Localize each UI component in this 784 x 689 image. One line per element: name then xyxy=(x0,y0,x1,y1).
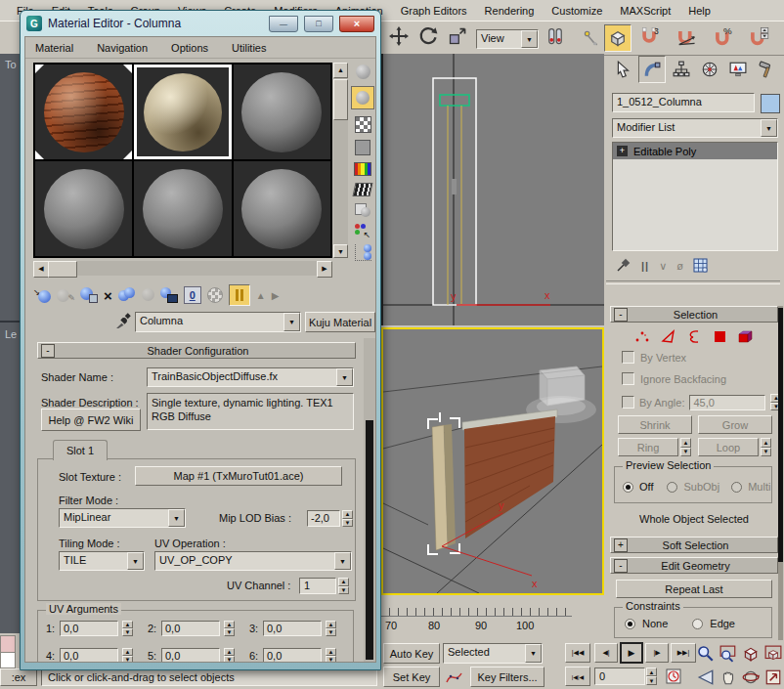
uv-arg-4-spinner[interactable]: ▲▼ xyxy=(122,648,133,663)
uv-arg-6-spinner[interactable]: ▲▼ xyxy=(326,648,336,663)
snap-toggle-3d-icon[interactable]: 3 xyxy=(637,25,661,47)
zoom-icon[interactable] xyxy=(694,643,718,665)
subobject-edge-icon[interactable] xyxy=(660,329,677,346)
sample-slot-sand-active[interactable] xyxy=(134,65,231,159)
make-unique-icon[interactable]: ∨ xyxy=(659,260,667,273)
mip-lod-bias-spinner[interactable]: ▲▼ xyxy=(342,510,353,527)
help-fw2-wiki-button[interactable]: Help @ FW2 Wiki xyxy=(41,409,141,431)
remove-modifier-icon[interactable]: ø xyxy=(676,260,683,272)
panel-scrollbar-thumb[interactable] xyxy=(778,308,783,562)
tab-utilities[interactable] xyxy=(753,57,779,82)
maximize-viewport-toggle-icon[interactable] xyxy=(762,667,784,688)
video-color-check-icon[interactable] xyxy=(354,162,371,176)
current-frame-spinner[interactable]: ▲▼ xyxy=(646,667,657,685)
chevron-down-icon[interactable]: ▼ xyxy=(521,30,538,48)
modifier-list-dropdown[interactable]: Modifier List ▼ xyxy=(612,118,778,138)
show-end-result-stack-icon[interactable]: || xyxy=(641,260,649,272)
uv-arg-4-field[interactable]: 0,0 xyxy=(60,648,118,663)
viewport-perspective-active[interactable]: y x xyxy=(381,327,604,595)
next-frame-button[interactable]: |▶ xyxy=(645,643,669,663)
previous-frame-button[interactable]: ◀| xyxy=(594,643,618,663)
collapse-icon[interactable]: - xyxy=(614,308,628,322)
constraint-none-radio[interactable] xyxy=(625,619,635,629)
show-end-result-icon[interactable] xyxy=(229,284,250,306)
current-frame-field[interactable]: 0 xyxy=(594,667,645,685)
ring-button[interactable]: Ring xyxy=(618,438,678,456)
expand-icon[interactable]: + xyxy=(614,538,628,552)
constraint-edge-radio[interactable] xyxy=(692,619,703,629)
shader-name-dropdown[interactable]: TrainBasicObjectDiffuse.fx ▼ xyxy=(147,367,354,387)
stack-item-editable-poly[interactable]: + Editable Poly xyxy=(613,143,777,159)
loop-spinner[interactable]: ▲▼ xyxy=(761,438,771,456)
reset-map-icon[interactable]: × xyxy=(104,287,112,304)
mip-lod-bias-field[interactable]: -2,0 xyxy=(307,510,340,527)
get-material-icon[interactable]: ↘ xyxy=(33,287,51,303)
scrollbar-thumb[interactable] xyxy=(48,261,77,278)
slots-horizontal-scrollbar[interactable]: ◀ ▶ xyxy=(33,261,332,276)
material-editor-options-icon[interactable] xyxy=(355,203,370,217)
select-and-manipulate-icon[interactable] xyxy=(579,27,602,49)
angle-snap-icon[interactable] xyxy=(675,25,698,47)
subobject-element-icon[interactable] xyxy=(737,328,755,346)
uv-arg-1-field[interactable]: 0,0 xyxy=(60,621,118,636)
uv-operation-dropdown[interactable]: UV_OP_COPY ▼ xyxy=(154,551,352,571)
spinner-snap-icon[interactable] xyxy=(747,25,770,47)
sample-slot-6[interactable] xyxy=(234,161,330,256)
zoom-extents-icon[interactable] xyxy=(739,643,762,665)
uv-channel-field[interactable]: 1 xyxy=(299,578,336,594)
preview-multi-radio[interactable] xyxy=(731,482,742,493)
scroll-right-icon[interactable]: ▶ xyxy=(317,261,332,278)
params-scrollbar-thumb[interactable] xyxy=(366,420,373,660)
make-material-copy-icon[interactable] xyxy=(118,287,136,303)
collapse-icon[interactable]: - xyxy=(614,559,628,573)
params-scrollbar[interactable] xyxy=(364,338,375,663)
menu-utilities[interactable]: Utilities xyxy=(220,40,278,56)
menu-customize[interactable]: Customize xyxy=(543,3,611,19)
ignore-backfacing-checkbox[interactable] xyxy=(622,372,634,385)
chevron-down-icon[interactable]: ▼ xyxy=(168,509,185,527)
sample-uv-tiling-icon[interactable] xyxy=(355,140,370,155)
tab-create[interactable] xyxy=(610,57,636,82)
select-by-material-icon[interactable]: ↖ xyxy=(355,224,370,237)
tiling-mode-dropdown[interactable]: TILE ▼ xyxy=(59,551,145,571)
field-of-view-icon[interactable] xyxy=(694,667,718,688)
rollout-edit-geometry-header[interactable]: - Edit Geometry xyxy=(610,557,778,574)
subobject-polygon-icon[interactable] xyxy=(713,329,728,346)
sample-slot-3[interactable] xyxy=(234,65,330,159)
pin-stack-icon[interactable] xyxy=(616,257,632,275)
scroll-left-icon[interactable]: ◀ xyxy=(33,261,49,278)
slots-vertical-scrollbar[interactable]: ▲ ▼ xyxy=(333,63,348,258)
scrollbar-thumb[interactable] xyxy=(333,79,348,120)
auto-key-button[interactable]: Auto Key xyxy=(383,643,440,664)
zoom-extents-all-icon[interactable] xyxy=(762,643,784,665)
select-and-move-icon[interactable] xyxy=(387,25,411,47)
uv-arg-6-field[interactable]: 0,0 xyxy=(263,648,322,663)
tab-modify-active[interactable] xyxy=(638,56,666,83)
uv-arg-5-spinner[interactable]: ▲▼ xyxy=(224,648,235,663)
material-name-dropdown[interactable]: Columna ▼ xyxy=(135,312,301,332)
modifier-stack-list[interactable]: + Editable Poly xyxy=(612,142,778,251)
ring-spinner[interactable]: ▲▼ xyxy=(680,438,691,456)
filter-mode-dropdown[interactable]: MipLinear ▼ xyxy=(59,508,186,528)
shrink-button[interactable]: Shrink xyxy=(618,415,692,434)
sample-slot-brick[interactable] xyxy=(35,65,132,159)
grow-button[interactable]: Grow xyxy=(698,415,772,434)
menu-rendering[interactable]: Rendering xyxy=(476,3,544,19)
rollout-selection-header[interactable]: - Selection xyxy=(610,306,778,323)
time-configuration-icon[interactable] xyxy=(663,667,684,686)
menu-material[interactable]: Material xyxy=(35,40,85,56)
go-to-end-button[interactable]: ▶▶| xyxy=(671,643,696,663)
material-map-navigator-icon[interactable] xyxy=(355,244,371,261)
reference-coordinate-dropdown[interactable]: View ▼ xyxy=(476,29,539,49)
menu-navigation[interactable]: Navigation xyxy=(85,40,159,56)
assign-material-to-selection-icon[interactable] xyxy=(80,287,98,303)
make-unique-icon[interactable] xyxy=(142,288,154,303)
menu-maxscript[interactable]: MAXScript xyxy=(611,3,679,19)
track-bar[interactable]: 70 80 90 100 xyxy=(381,598,572,637)
go-to-parent-icon[interactable]: ▲ xyxy=(256,290,266,301)
panel-scrollbar[interactable] xyxy=(778,306,783,640)
put-material-to-scene-icon[interactable]: ✎ xyxy=(57,287,74,303)
sample-slot-4[interactable] xyxy=(35,161,132,256)
chevron-down-icon[interactable]: ▼ xyxy=(761,119,777,137)
menu-graph-editors[interactable]: Graph Editors xyxy=(392,3,476,19)
